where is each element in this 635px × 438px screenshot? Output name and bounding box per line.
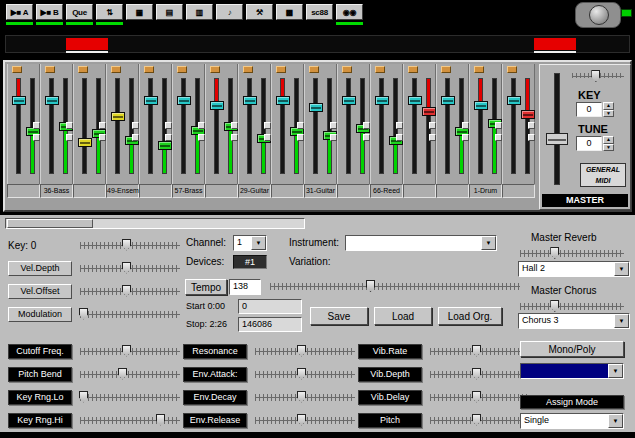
strip-select-button[interactable] [276,66,286,73]
vib-rate-label[interactable]: Vib.Rate [358,344,422,359]
vel-offset-slider[interactable] [80,284,180,299]
master-fader-cap[interactable] [546,133,568,145]
env-decay-slider-thumb[interactable] [297,391,306,403]
strip-pan-fader[interactable] [375,96,389,105]
key-up-icon[interactable]: ▲ [603,102,614,110]
mic-button[interactable]: ♪ [216,4,243,20]
tools-button[interactable]: ⚒ [246,4,273,20]
strip-pan-fader[interactable] [309,103,323,112]
position-track[interactable] [5,35,630,53]
vib-rate-slider[interactable] [430,344,530,359]
key-down-icon[interactable]: ▼ [603,110,614,118]
vib-depth-label[interactable]: Vib.Depth [358,367,422,382]
modulation-slider-thumb[interactable] [79,308,88,320]
pattern-button[interactable]: ▩ [276,4,303,20]
strip-select-button[interactable] [78,66,88,73]
tempo-slider-thumb[interactable] [366,280,375,292]
eyes-button[interactable]: ◉◉ [336,4,363,20]
strip-pan-fader[interactable] [45,96,59,105]
env-attack-label[interactable]: Env.Attack: [183,367,247,382]
tune-down-icon[interactable]: ▼ [603,144,614,152]
vib-depth-slider[interactable] [430,367,530,382]
pitch-bend-slider[interactable] [80,367,180,382]
chevron-down-icon[interactable]: ▼ [608,364,623,378]
play-b-button[interactable]: ▶■ B [36,4,63,20]
cutoff-freq-label[interactable]: Cutoff Freq. [8,344,72,359]
strip-mini-button-b[interactable] [297,134,304,141]
strip-pan-fader[interactable] [144,96,158,105]
vel-depth-label[interactable]: Vel.Depth [8,261,72,276]
cutoff-freq-slider[interactable] [80,344,180,359]
strip-mini-button-a[interactable] [198,122,205,129]
strip-mini-button-a[interactable] [363,122,370,129]
metronome-button[interactable]: ▦ [126,4,153,20]
chevron-down-icon[interactable]: ▼ [614,314,629,328]
resonance-slider[interactable] [255,344,355,359]
tempo-slider[interactable] [270,279,520,294]
strip-pan-fader[interactable] [78,138,92,147]
chevron-down-icon[interactable]: ▼ [481,236,496,250]
key-rng-hi-slider-thumb[interactable] [156,414,165,426]
strip-mini-button-a[interactable] [528,122,535,129]
strip-select-button[interactable] [12,66,22,73]
load-button[interactable]: Load [374,307,432,325]
key-rng-lo-slider[interactable] [80,390,180,405]
key-rng-hi-slider[interactable] [80,413,180,428]
strip-mini-button-a[interactable] [495,122,502,129]
key-spinner[interactable]: 0 ▲ ▼ [576,102,614,117]
strip-mini-button-b[interactable] [396,134,403,141]
env-release-label[interactable]: Env.Release [183,413,247,428]
master-reverb-slider[interactable] [520,246,624,261]
assign-mode-label[interactable]: Assign Mode [520,395,624,409]
printer-button[interactable]: ▤ [156,4,183,20]
master-reverb-slider-thumb[interactable] [550,247,559,259]
strip-select-button[interactable] [375,66,385,73]
key-rng-lo-label[interactable]: Key Rng.Lo [8,390,72,405]
strip-mini-button-b[interactable] [429,134,436,141]
strip-mini-button-a[interactable] [99,122,106,129]
pitch-bend-slider-thumb[interactable] [118,368,127,380]
chevron-down-icon[interactable]: ▼ [614,262,629,276]
strip-pan-fader[interactable] [210,101,224,110]
master-top-slider-thumb[interactable] [591,70,600,82]
strip-mini-button-b[interactable] [33,134,40,141]
env-decay-label[interactable]: Env.Decay [183,390,247,405]
channel-dropdown[interactable]: 1 ▼ [233,235,267,251]
strip-select-button[interactable] [210,66,220,73]
strip-pan-fader[interactable] [276,96,290,105]
vel-offset-slider-thumb[interactable] [122,285,131,297]
strip-mini-button-b[interactable] [528,134,535,141]
env-release-slider[interactable] [255,413,355,428]
strip-mini-button-b[interactable] [132,134,139,141]
strip-select-button[interactable] [507,66,517,73]
pitch-slider-thumb[interactable] [472,414,481,426]
strip-mini-button-a[interactable] [264,122,271,129]
modulation-slider[interactable] [80,307,180,322]
strip-select-button[interactable] [144,66,154,73]
strip-mini-button-a[interactable] [462,122,469,129]
strip-mini-button-a[interactable] [231,122,238,129]
strip-mini-button-a[interactable] [66,122,73,129]
strip-mini-button-a[interactable] [165,122,172,129]
strip-level-fader[interactable] [521,110,535,119]
pitch-slider[interactable] [430,413,530,428]
strip-mini-button-b[interactable] [495,134,502,141]
save-button[interactable]: Save [310,307,368,325]
strip-level-fader[interactable] [158,141,172,150]
chevron-down-icon[interactable]: ▼ [251,236,266,250]
strip-mini-button-b[interactable] [231,134,238,141]
assign-mode-dropdown[interactable]: Single ▼ [520,413,624,429]
reverb-type-dropdown[interactable]: Hall 2 ▼ [518,261,630,277]
strip-mini-button-b[interactable] [198,134,205,141]
horizontal-scrollbar[interactable] [5,218,305,229]
pitch-bend-label[interactable]: Pitch Bend [8,367,72,382]
key-rng-lo-slider-thumb[interactable] [79,391,88,403]
vel-depth-slider-thumb[interactable] [122,262,131,274]
vib-delay-slider-thumb[interactable] [472,391,481,403]
vib-delay-label[interactable]: Vib.Delay [358,390,422,405]
strip-mini-button-a[interactable] [33,122,40,129]
master-chorus-slider[interactable] [520,299,624,314]
que-button[interactable]: Que [66,4,93,20]
strip-pan-fader[interactable] [111,112,125,121]
vib-delay-slider[interactable] [430,390,530,405]
